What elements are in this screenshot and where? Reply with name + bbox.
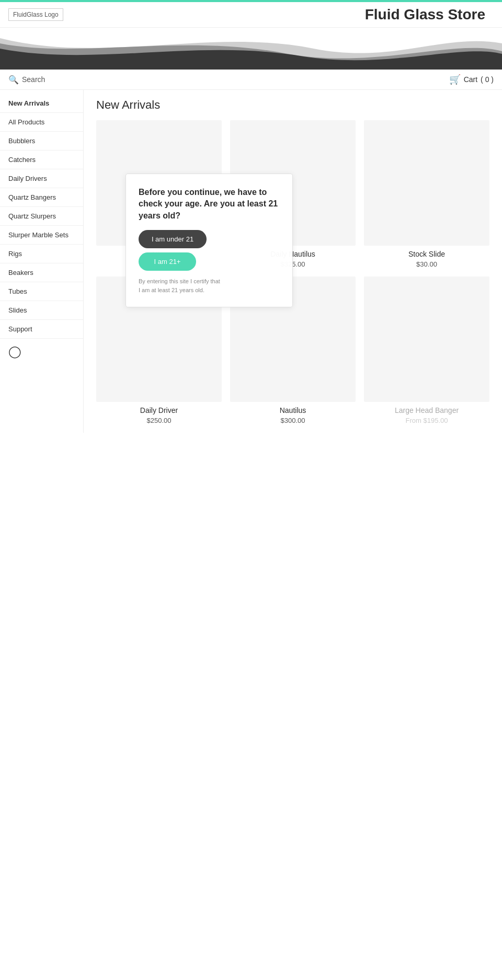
logo: FluidGlass Logo <box>8 8 63 21</box>
sidebar-item-catchers[interactable]: Catchers <box>0 151 83 169</box>
sidebar-item-quartz-bangers[interactable]: Quartz Bangers <box>0 188 83 207</box>
page-title: New Arrivals <box>96 98 489 112</box>
sidebar-item-quartz-slurpers[interactable]: Quartz Slurpers <box>0 207 83 226</box>
cart-label: Cart <box>464 75 477 84</box>
product-image <box>364 276 489 402</box>
hero-wave <box>0 28 502 70</box>
product-card-large-head-banger[interactable]: Large Head Banger From $195.00 <box>364 276 489 424</box>
sidebar-item-slides[interactable]: Slides <box>0 301 83 320</box>
sidebar: New Arrivals All Products Bubblers Catch… <box>0 90 84 433</box>
sidebar-item-new-arrivals[interactable]: New Arrivals <box>0 94 83 113</box>
store-title: Fluid Glass Store <box>63 6 494 23</box>
sidebar-item-all-products[interactable]: All Products <box>0 113 83 132</box>
sidebar-item-rigs[interactable]: Rigs <box>0 245 83 263</box>
product-price: From $195.00 <box>406 417 448 424</box>
product-name: Large Head Banger <box>395 406 459 414</box>
product-name: Nautilus <box>280 406 306 414</box>
product-image <box>364 120 489 246</box>
instagram-icon[interactable]: ◯ <box>0 339 83 365</box>
cart-count: ( 0 ) <box>481 75 494 84</box>
cart-button[interactable]: 🛒 Cart ( 0 ) <box>449 74 494 85</box>
product-name: Daily Driver <box>140 406 178 414</box>
sidebar-item-bubblers[interactable]: Bubblers <box>0 132 83 151</box>
under-21-button[interactable]: I am under 21 <box>139 230 207 248</box>
sidebar-item-beakers[interactable]: Beakers <box>0 263 83 282</box>
main-layout: New Arrivals All Products Bubblers Catch… <box>0 90 502 433</box>
search-area[interactable]: 🔍 Search <box>8 75 45 85</box>
product-price: $300.00 <box>281 417 305 424</box>
age-question: Before you continue, we have to check yo… <box>139 187 280 222</box>
product-card-stock-slide[interactable]: Stock Slide $30.00 <box>364 120 489 268</box>
sidebar-item-support[interactable]: Support <box>0 320 83 339</box>
product-price: $30.00 <box>416 260 437 268</box>
search-icon: 🔍 <box>8 75 19 85</box>
cart-icon: 🛒 <box>449 74 461 85</box>
product-name: Stock Slide <box>408 250 445 258</box>
age-disclaimer: By entering this site I certify that I a… <box>139 277 280 294</box>
search-input-label[interactable]: Search <box>22 75 45 84</box>
nav-bar: 🔍 Search 🛒 Cart ( 0 ) <box>0 70 502 90</box>
sidebar-item-daily-drivers[interactable]: Daily Drivers <box>0 169 83 188</box>
header: FluidGlass Logo Fluid Glass Store <box>0 2 502 28</box>
age-verification-modal: Before you continue, we have to check yo… <box>126 174 293 307</box>
sidebar-item-tubes[interactable]: Tubes <box>0 282 83 301</box>
sidebar-item-slurper-marble-sets[interactable]: Slurper Marble Sets <box>0 226 83 245</box>
over-21-button[interactable]: I am 21+ <box>139 252 196 271</box>
product-price: $250.00 <box>147 417 172 424</box>
content-area: New Arrivals Atlas $300.00 Daily Nautilu… <box>84 90 502 433</box>
